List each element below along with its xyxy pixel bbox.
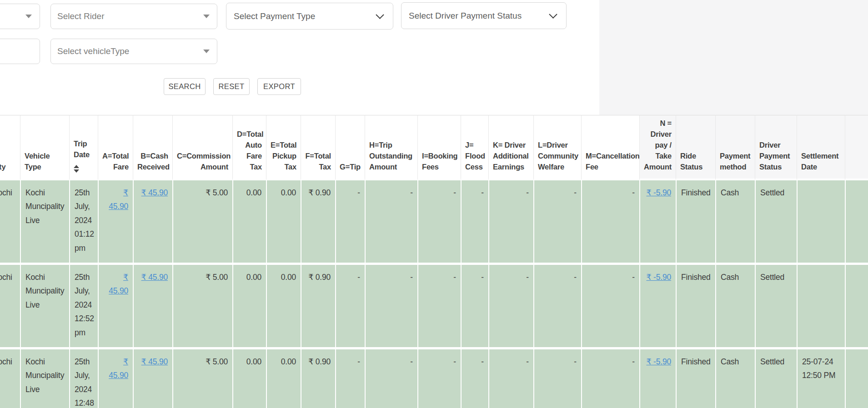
cell-total_auto_fare_tax: 0.00: [232, 349, 266, 408]
column-label: Settlement Date: [801, 152, 838, 171]
cell-driver_payment_status: Settled: [755, 349, 797, 408]
cell-driver_payment_status: Settled: [755, 180, 797, 265]
driver-payment-status-placeholder: Select Driver Payment Status: [409, 11, 522, 21]
cell-ride_status: Finished: [676, 349, 715, 408]
column-header-flood_cess: J= Flood Cess: [461, 115, 488, 180]
total_fare-link[interactable]: ₹ 45.90: [109, 357, 128, 380]
column-header-trip_outstanding_amount: H=Trip Outstanding Amount: [365, 115, 417, 180]
cell-settlement_date: [797, 265, 845, 349]
cell-vehicle_type: Kochi Muncipality Live: [20, 349, 69, 408]
column-label: H=Trip Outstanding Amount: [369, 141, 412, 171]
cell-ride_status: Finished: [676, 180, 715, 265]
total_fare-link[interactable]: ₹ 45.90: [109, 188, 128, 211]
column-label: G=Tip: [340, 163, 361, 171]
cash_received-link[interactable]: ₹ 45.90: [141, 188, 168, 197]
vehicle-type-placeholder: Select vehicleType: [57, 46, 129, 56]
export-button[interactable]: EXPORT: [257, 78, 301, 95]
cell-total_auto_fare_tax: 0.00: [232, 180, 266, 265]
table-header-row: CityVehicle TypeTrip DateA=Total FareB=C…: [0, 115, 868, 180]
cell-driver_community_welfare: -: [533, 349, 581, 408]
cell-flood_cess: -: [461, 265, 488, 349]
cell-driver_pay_take_amount: ₹ -5.90: [639, 265, 676, 349]
cell-cancellation_fee: -: [581, 180, 639, 265]
cell-settlement_date: 25-07-24 12:50 PM: [797, 349, 845, 408]
column-header-total_fare: A=Total Fare: [98, 115, 133, 180]
dropdown-arrow-icon: [203, 15, 210, 18]
cell-commission_amount: ₹ 5.00: [172, 180, 232, 265]
rider-select[interactable]: Select Rider: [50, 4, 217, 29]
column-header-total_auto_fare_tax: D=Total Auto Fare Tax: [232, 115, 266, 180]
cell-cancellation_fee: -: [581, 349, 639, 408]
table-row: KochiKochi Muncipality Live25th July, 20…: [0, 349, 868, 408]
driver_pay_take_amount-link[interactable]: ₹ -5.90: [647, 357, 671, 366]
column-header-trip_date[interactable]: Trip Date: [69, 115, 98, 180]
column-header-ride_status: Ride Status: [676, 115, 715, 180]
cell-driver_payment_status: Settled: [755, 265, 797, 349]
cell-driver_additional_earnings: -: [488, 265, 533, 349]
cell-driver_community_welfare: -: [533, 265, 581, 349]
table-row: KochiKochi Muncipality Live25th July, 20…: [0, 265, 868, 349]
column-header-driver_community_welfare: L=Driver Community Welfare: [533, 115, 581, 180]
column-label: N = Driver pay / Take Amount: [644, 119, 672, 171]
dropdown-arrow-icon: [25, 15, 32, 18]
vehicle-type-select[interactable]: Select vehicleType: [50, 39, 217, 64]
cell-driver_community_welfare: -: [533, 180, 581, 265]
cell-trip_outstanding_amount: -: [365, 265, 417, 349]
cell-trip_date: 25th July, 2024 12:48 pm: [69, 349, 98, 408]
column-label: Trip Date: [74, 139, 90, 159]
cell-driver_additional_earnings: -: [488, 349, 533, 408]
column-label: Driver Payment Status: [759, 141, 790, 171]
payment-type-placeholder: Select Payment Type: [234, 11, 315, 21]
column-label: B=Cash Received: [137, 152, 170, 171]
column-header-settlement_date: Settlement Date: [797, 115, 845, 180]
cell-blank: [845, 349, 868, 408]
sort-both-icon[interactable]: [74, 165, 79, 173]
column-label: E=Total Pickup Tax: [271, 141, 296, 171]
reset-button[interactable]: RESET: [213, 78, 250, 95]
cell-tip: -: [335, 265, 365, 349]
cell-total_pickup_tax: 0.00: [266, 180, 301, 265]
column-header-vehicle_type: Vehicle Type: [20, 115, 69, 180]
cell-total_fare: ₹ 45.90: [98, 180, 133, 265]
driver_pay_take_amount-link[interactable]: ₹ -5.90: [647, 188, 671, 197]
city-select-cutoff[interactable]: [0, 4, 40, 29]
driver-payment-status-select[interactable]: Select Driver Payment Status: [401, 2, 567, 29]
cell-total_fare: ₹ 45.90: [98, 349, 133, 408]
total_fare-link[interactable]: ₹ 45.90: [109, 273, 128, 296]
column-header-tip: G=Tip: [335, 115, 365, 180]
cell-total_pickup_tax: 0.00: [266, 349, 301, 408]
cell-payment_method: Cash: [715, 349, 755, 408]
cell-payment_method: Cash: [715, 265, 755, 349]
cell-vehicle_type: Kochi Muncipality Live: [20, 265, 69, 349]
column-header-driver_additional_earnings: K= Driver Additional Earnings: [488, 115, 533, 180]
cell-total_tax: ₹ 0.90: [301, 265, 335, 349]
cell-total_tax: ₹ 0.90: [301, 180, 335, 265]
cell-commission_amount: ₹ 5.00: [172, 349, 232, 408]
cell-total_tax: ₹ 0.90: [301, 349, 335, 408]
search-button[interactable]: SEARCH: [164, 78, 206, 95]
cell-trip_date: 25th July, 2024 01:12 pm: [69, 180, 98, 265]
column-header-booking_fees: I=Booking Fees: [417, 115, 461, 180]
column-header-blank: [845, 115, 868, 180]
chevron-down-icon: [376, 10, 384, 19]
column-label: City: [0, 163, 5, 171]
cell-blank: [845, 265, 868, 349]
cell-tip: -: [335, 180, 365, 265]
column-header-cancellation_fee: M=Cancellation Fee: [581, 115, 639, 180]
cell-blank: [845, 180, 868, 265]
column-label: Payment method: [720, 152, 750, 171]
cell-city: Kochi: [0, 265, 20, 349]
cell-booking_fees: -: [417, 265, 461, 349]
cash_received-link[interactable]: ₹ 45.90: [141, 273, 168, 282]
driver_pay_take_amount-link[interactable]: ₹ -5.90: [647, 273, 671, 282]
cell-booking_fees: -: [417, 180, 461, 265]
column-header-driver_pay_take_amount: N = Driver pay / Take Amount: [639, 115, 676, 180]
payment-type-select[interactable]: Select Payment Type: [226, 3, 393, 30]
cell-cash_received: ₹ 45.90: [133, 349, 172, 408]
cell-vehicle_type: Kochi Muncipality Live: [20, 180, 69, 265]
settlement-report-table: CityVehicle TypeTrip DateA=Total FareB=C…: [0, 115, 868, 408]
column-header-total_pickup_tax: E=Total Pickup Tax: [266, 115, 301, 180]
cash_received-link[interactable]: ₹ 45.90: [141, 357, 168, 366]
filter-field-cutoff[interactable]: [0, 39, 40, 64]
column-label: F=Total Tax: [305, 152, 331, 171]
